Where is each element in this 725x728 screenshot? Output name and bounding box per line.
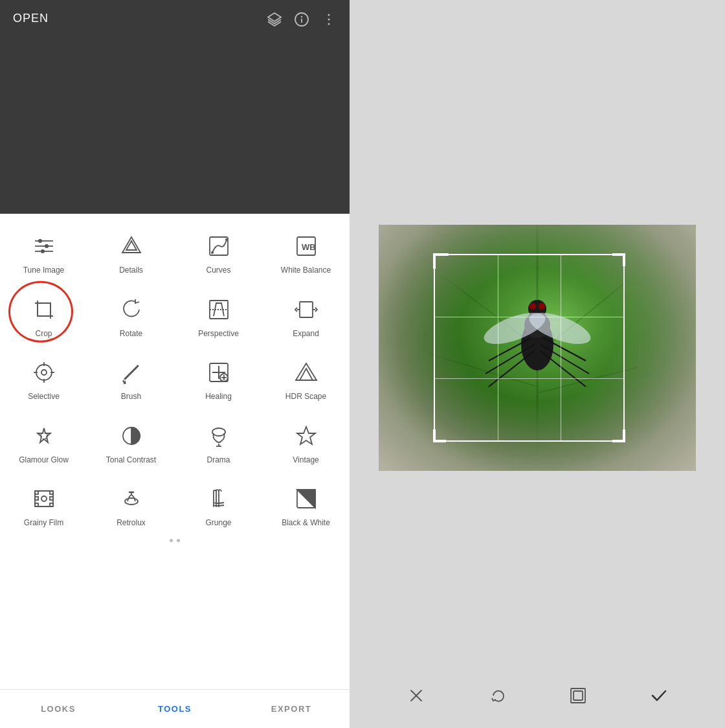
more-icon[interactable]	[321, 12, 337, 31]
nav-looks[interactable]: LOOKS	[0, 690, 117, 728]
svg-rect-20	[38, 303, 50, 316]
expand-label: Expand	[293, 329, 319, 339]
action-bar	[362, 676, 712, 715]
svg-rect-49	[35, 503, 38, 506]
tool-hdr-scape[interactable]: HDR Scape	[262, 347, 350, 410]
info-icon[interactable]	[294, 12, 309, 31]
crop-icon	[28, 294, 60, 325]
black-white-icon	[291, 483, 322, 514]
tool-rotate[interactable]: Rotate	[87, 284, 175, 347]
tool-tune-image[interactable]: Tune Image	[0, 220, 87, 284]
dark-header: OPEN	[0, 0, 350, 214]
cancel-button[interactable]	[402, 681, 430, 710]
corner-tr	[612, 253, 625, 266]
nav-export[interactable]: EXPORT	[233, 690, 350, 728]
svg-point-6	[328, 23, 330, 25]
right-panel	[350, 0, 725, 728]
brush-icon	[116, 357, 147, 388]
svg-rect-51	[50, 497, 53, 500]
svg-point-43	[212, 428, 225, 436]
svg-rect-48	[35, 497, 38, 500]
bottom-nav: LOOKS TOOLS EXPORT	[0, 689, 350, 728]
svg-point-4	[328, 14, 330, 16]
grainy-film-icon	[28, 483, 60, 514]
retrolux-label: Retrolux	[117, 518, 146, 529]
crop-grid-h2	[435, 378, 623, 379]
tool-brush[interactable]: Brush	[87, 347, 175, 410]
grainy-film-label: Grainy Film	[24, 518, 63, 529]
tool-selective[interactable]: Selective	[0, 347, 87, 410]
grunge-label: Grunge	[205, 518, 231, 529]
corner-bl	[433, 429, 446, 442]
glamour-glow-icon	[28, 420, 60, 451]
svg-line-32	[125, 366, 138, 379]
retrolux-icon	[116, 483, 147, 514]
expand-icon	[291, 294, 322, 325]
image-container	[379, 225, 696, 471]
details-label: Details	[119, 266, 143, 276]
white-balance-icon: WB	[291, 231, 322, 262]
tune-image-icon	[28, 231, 60, 262]
tool-crop[interactable]: Crop	[0, 284, 87, 347]
tool-details[interactable]: Details	[87, 220, 175, 284]
tool-glamour-glow[interactable]: Glamour Glow	[0, 410, 87, 473]
svg-point-27	[41, 370, 47, 375]
tool-perspective[interactable]: Perspective	[175, 284, 262, 347]
tool-expand[interactable]: Expand	[262, 284, 350, 347]
tool-black-white[interactable]: Black & White	[262, 473, 350, 536]
svg-rect-80	[574, 691, 583, 700]
vintage-icon	[291, 420, 322, 451]
dot-2	[177, 539, 180, 542]
layers-icon[interactable]	[267, 12, 282, 31]
svg-point-54	[125, 498, 138, 505]
left-panel: OPEN	[0, 0, 350, 728]
svg-point-5	[328, 19, 330, 21]
perspective-label: Perspective	[198, 329, 239, 339]
confirm-button[interactable]	[645, 681, 673, 710]
tools-grid: Tune Image Details	[0, 220, 350, 536]
details-icon	[116, 231, 147, 262]
white-balance-label: White Balance	[281, 266, 331, 276]
grunge-icon	[203, 483, 234, 514]
crop-grid-v1	[498, 255, 498, 440]
svg-point-17	[225, 238, 228, 241]
nav-tools-label: TOOLS	[158, 704, 192, 714]
crop-grid	[435, 255, 623, 440]
aspect-ratio-button[interactable]	[564, 681, 592, 710]
svg-rect-50	[50, 491, 53, 494]
scroll-dots	[0, 536, 350, 547]
svg-point-53	[41, 496, 47, 501]
crop-grid-h1	[435, 317, 623, 317]
crop-grid-v2	[561, 255, 561, 440]
svg-point-12	[41, 249, 45, 253]
tool-grainy-film[interactable]: Grainy Film	[0, 473, 87, 536]
app-title: OPEN	[13, 12, 267, 25]
perspective-icon	[203, 294, 234, 325]
curves-icon	[203, 231, 234, 262]
drama-label: Drama	[206, 455, 230, 466]
tool-drama[interactable]: Drama	[175, 410, 262, 473]
tonal-contrast-label: Tonal Contrast	[106, 455, 156, 466]
tool-white-balance[interactable]: WB White Balance	[262, 220, 350, 284]
curves-label: Curves	[206, 266, 230, 276]
hdr-scape-icon	[291, 357, 322, 388]
healing-icon	[203, 357, 234, 388]
tool-healing[interactable]: Healing	[175, 347, 262, 410]
svg-marker-39	[296, 363, 317, 380]
reset-button[interactable]	[483, 681, 511, 710]
svg-rect-47	[35, 491, 38, 494]
hdr-scape-label: HDR Scape	[285, 392, 326, 402]
svg-point-10	[38, 239, 42, 243]
svg-rect-52	[50, 503, 53, 506]
tool-tonal-contrast[interactable]: Tonal Contrast	[87, 410, 175, 473]
svg-text:WB: WB	[302, 242, 316, 252]
nav-tools[interactable]: TOOLS	[117, 690, 233, 728]
tool-retrolux[interactable]: Retrolux	[87, 473, 175, 536]
image-area	[362, 19, 712, 676]
tune-image-label: Tune Image	[23, 266, 65, 276]
tool-curves[interactable]: Curves	[175, 220, 262, 284]
tool-vintage[interactable]: Vintage	[262, 410, 350, 473]
tool-grunge[interactable]: Grunge	[175, 473, 262, 536]
crop-box	[434, 254, 625, 442]
tonal-contrast-icon	[116, 420, 147, 451]
